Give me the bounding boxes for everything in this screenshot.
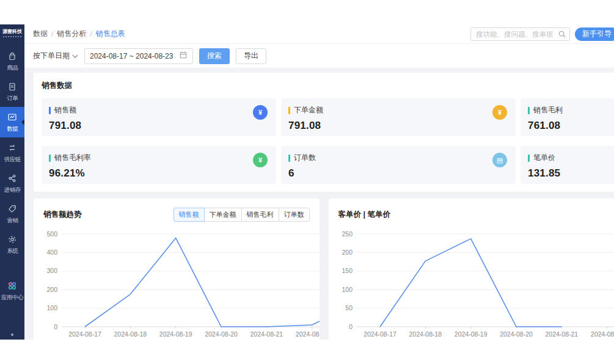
sales-trend-panel: 销售额趋势 销售额 下单金额 销售毛利 订单数 0100200300400500… — [34, 198, 320, 340]
search-icon — [558, 30, 566, 41]
chart-icon — [7, 112, 18, 123]
card-value: 6 — [288, 167, 508, 180]
order-doc-icon: ▤ — [492, 153, 507, 167]
kpi-card-gross-profit: 销售毛利 761.08 — [521, 98, 614, 136]
yuan-icon: ¥ — [492, 105, 507, 120]
beginner-guide-button[interactable]: 新手引导 — [575, 27, 614, 41]
panel-title: 销售数据 — [42, 81, 614, 91]
tab-sales-amount[interactable]: 销售额 — [174, 208, 205, 222]
charts-row: 销售额趋势 销售额 下单金额 销售毛利 订单数 0100200300400500… — [34, 198, 614, 340]
bag-icon — [7, 51, 18, 62]
sidebar-item-label: 进销存 — [4, 186, 20, 194]
card-label: 销售毛利率 — [54, 153, 91, 163]
breadcrumb-separator: / — [51, 30, 53, 38]
search-button[interactable]: 搜索 — [199, 48, 230, 64]
date-range-input[interactable]: 2024-08-17 ~ 2024-08-23 — [84, 48, 193, 64]
breadcrumb: 数据 / 销售分析 / 销售总表 — [33, 29, 125, 39]
moneybag-icon: ¥ — [253, 153, 268, 167]
card-accent-bar — [49, 107, 51, 114]
kpi-card-per-order-price: 笔单价 131.85 — [521, 146, 614, 184]
y-tick-label: 0 — [349, 323, 353, 330]
x-tick-label: 2024-08-19 — [454, 330, 487, 338]
y-tick-label: 200 — [342, 249, 353, 256]
sidebar-item-orders[interactable]: 订单 — [0, 76, 24, 107]
sidebar-item-label: 应用中心 — [1, 293, 23, 301]
sidebar-item-marketing[interactable]: 营销 — [0, 198, 24, 229]
x-tick-label: 2024-08-17 — [364, 330, 397, 338]
tab-order-amount[interactable]: 下单金额 — [204, 208, 242, 222]
sidebar-item-label: 营销 — [7, 216, 18, 224]
card-label: 订单数 — [294, 153, 316, 163]
breadcrumb-separator: / — [90, 30, 92, 38]
card-label: 笔单价 — [533, 153, 555, 163]
swap-arrows-icon — [7, 142, 18, 153]
kpi-card-sales-amount: 销售额 791.08 ¥ — [42, 98, 276, 136]
x-tick-label: 2024-08-22 — [296, 330, 320, 338]
sidebar-item-app-center[interactable]: 应用中心 — [0, 275, 24, 306]
date-type-dropdown[interactable]: 按下单日期 — [33, 51, 78, 61]
sidebar-item-data[interactable]: 数据 — [0, 107, 24, 137]
x-tick-label: 2024-08-17 — [68, 330, 101, 338]
sidebar-nav: 商品 订单 — [0, 46, 24, 306]
date-type-label: 按下单日期 — [33, 51, 70, 61]
export-button[interactable]: 导出 — [236, 48, 266, 64]
y-tick-label: 0 — [54, 323, 57, 330]
share-nodes-icon — [7, 173, 18, 184]
y-tick-label: 300 — [46, 267, 57, 274]
gear-icon — [7, 234, 18, 245]
breadcrumb-sales-summary[interactable]: 销售总表 — [96, 29, 125, 39]
global-search — [470, 27, 570, 41]
chart-title: 销售额趋势 — [43, 209, 82, 220]
x-tick-label: 2024-08-18 — [114, 330, 147, 338]
sidebar-item-supply-chain[interactable]: 供应链 — [0, 137, 24, 168]
sales-data-panel: 销售数据 销售额 791.08 ¥ — [34, 73, 614, 192]
tab-gross-profit[interactable]: 销售毛利 — [241, 208, 279, 222]
x-tick-label: 2024-08-22 — [590, 330, 614, 338]
y-tick-label: 150 — [342, 267, 353, 274]
price-chart-panel: 客单价 | 笔单价 0501001502002502024-08-172024-… — [329, 198, 614, 340]
card-value: 791.08 — [288, 120, 508, 132]
app-grid-icon — [7, 280, 18, 291]
y-tick-label: 100 — [46, 304, 57, 311]
logo-text: 源壹科技 — [0, 28, 24, 35]
filter-bar: 按下单日期 2024-08-17 ~ 2024-08-23 — [24, 44, 614, 68]
kpi-card-order-amount: 下单金额 791.08 ¥ — [281, 98, 516, 136]
y-tick-label: 400 — [46, 249, 57, 256]
sidebar-item-inventory[interactable]: 进销存 — [0, 168, 24, 198]
kpi-cards: 销售额 791.08 ¥ 下单金额 791.08 ¥ — [42, 98, 614, 184]
y-tick-label: 200 — [46, 286, 57, 293]
breadcrumb-data[interactable]: 数据 — [33, 29, 48, 39]
card-value: 761.08 — [528, 120, 614, 132]
sales-trend-chart: 01002003004005002024-08-172024-08-182024… — [38, 227, 320, 340]
trend-line — [380, 239, 561, 327]
y-tick-label: 250 — [342, 230, 353, 238]
sidebar-item-goods[interactable]: 商品 — [0, 46, 24, 76]
card-accent-bar — [528, 155, 530, 162]
card-label: 销售额 — [54, 105, 76, 115]
yuan-icon: ¥ — [253, 105, 268, 120]
card-accent-bar — [528, 107, 530, 114]
sidebar-item-system[interactable]: 系统 — [0, 229, 24, 260]
y-tick-label: 100 — [342, 286, 353, 293]
screen: 源壹科技 商品 — [0, 0, 614, 364]
y-tick-label: 500 — [46, 230, 57, 238]
x-tick-label: 2024-08-21 — [545, 330, 578, 338]
calendar-icon — [179, 51, 188, 61]
tab-order-count[interactable]: 订单数 — [279, 208, 310, 222]
sidebar-item-label: 订单 — [7, 94, 18, 102]
trend-line — [85, 238, 320, 327]
topbar-right: 新手引导 — [470, 27, 614, 41]
app-window: 源壹科技 商品 — [0, 24, 614, 340]
card-accent-bar — [288, 107, 290, 114]
search-input[interactable] — [470, 27, 570, 41]
chevron-down-icon — [72, 52, 78, 60]
content: 销售数据 销售额 791.08 ¥ — [24, 68, 614, 340]
card-accent-bar — [288, 155, 290, 162]
card-value: 791.08 — [49, 120, 269, 132]
kpi-card-gross-margin: 销售毛利率 96.21% ¥ — [42, 146, 276, 184]
breadcrumb-sales-analysis[interactable]: 销售分析 — [57, 29, 86, 39]
sidebar-item-label: 商品 — [7, 64, 18, 71]
x-tick-label: 2024-08-20 — [205, 330, 238, 338]
sidebar-item-label: 供应链 — [4, 155, 20, 163]
logo: 源壹科技 — [0, 24, 25, 38]
